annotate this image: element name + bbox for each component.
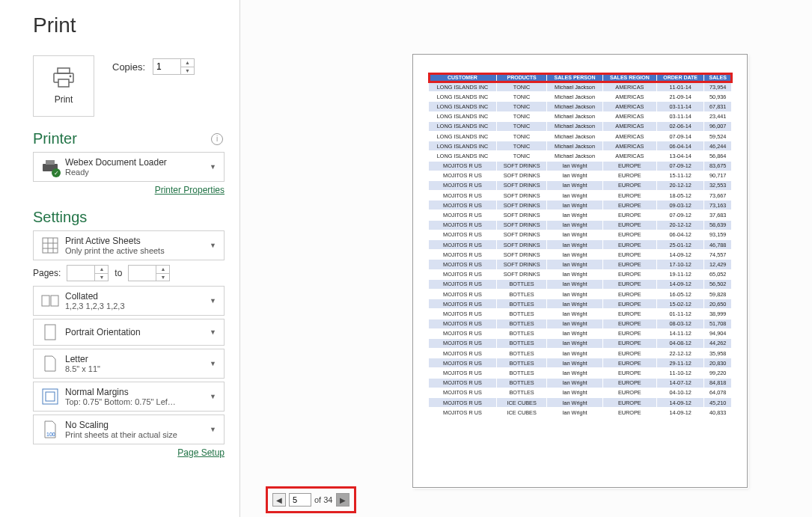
chevron-down-icon: ▼ [208, 393, 218, 400]
preview-table-header: CUSTOMERPRODUCTSSALES PERSONSALES REGION… [429, 73, 732, 82]
svg-rect-16 [46, 392, 55, 401]
table-row: MOJITOS R USBOTTLESIan WrightEUROPE16-05… [429, 289, 732, 299]
chevron-down-icon: ▼ [208, 242, 218, 249]
table-row: MOJITOS R USSOFT DRINKSIan WrightEUROPE1… [429, 260, 732, 269]
col-header: PRODUCTS [496, 73, 546, 82]
chevron-down-icon: ▼ [208, 360, 218, 367]
portrait-icon [43, 324, 58, 340]
table-row: MOJITOS R USBOTTLESIan WrightEUROPE29-11… [429, 358, 732, 368]
collate-icon [41, 293, 59, 308]
copies-down[interactable]: ▼ [181, 67, 194, 75]
col-header: SALES REGION [602, 73, 656, 82]
table-row: MOJITOS R USSOFT DRINKSIan WrightEUROPE1… [429, 191, 732, 201]
table-row: LONG ISLANDS INCTONICMichael JacksonAMER… [429, 141, 732, 151]
svg-rect-5 [58, 68, 70, 73]
paper-size-select[interactable]: Letter8.5" x 11" ▼ [33, 349, 225, 379]
table-row: LONG ISLANDS INCTONICMichael JacksonAMER… [429, 121, 732, 131]
table-row: MOJITOS R USSOFT DRINKSIan WrightEUROPE1… [429, 250, 732, 260]
pages-from-stepper[interactable]: ▲▼ [67, 265, 109, 281]
table-row: LONG ISLANDS INCTONICMichael JacksonAMER… [429, 92, 732, 102]
page-navigator: ◀ of 34 ▶ [266, 486, 356, 513]
table-row: LONG ISLANDS INCTONICMichael JacksonAMER… [429, 102, 732, 111]
svg-rect-12 [42, 296, 49, 306]
orientation-select[interactable]: Portrait Orientation ▼ [33, 319, 225, 346]
table-row: MOJITOS R USSOFT DRINKSIan WrightEUROPE2… [429, 180, 732, 190]
margins-icon [42, 388, 58, 405]
printer-properties-link[interactable]: Printer Properties [33, 185, 225, 195]
printer-name: Webex Document Loader [65, 157, 204, 168]
table-row: MOJITOS R USBOTTLESIan WrightEUROPE15-02… [429, 299, 732, 309]
table-row: MOJITOS R USSOFT DRINKSIan WrightEUROPE0… [429, 161, 732, 171]
prev-page-button[interactable]: ◀ [272, 493, 286, 507]
svg-rect-13 [51, 296, 58, 306]
chevron-down-icon: ▼ [208, 163, 218, 171]
svg-rect-10 [46, 160, 55, 165]
table-row: MOJITOS R USBOTTLESIan WrightEUROPE08-03… [429, 319, 732, 328]
table-row: LONG ISLANDS INCTONICMichael JacksonAMER… [429, 111, 732, 121]
table-row: MOJITOS R USSOFT DRINKSIan WrightEUROPE0… [429, 210, 732, 220]
table-row: MOJITOS R USICE CUBESIan WrightEUROPE14-… [429, 398, 732, 408]
svg-rect-14 [45, 325, 55, 340]
pages-to-stepper[interactable]: ▲▼ [128, 265, 170, 281]
pages-label: Pages: [33, 268, 61, 278]
svg-rect-15 [43, 389, 58, 404]
svg-point-8 [70, 76, 72, 78]
page-title: Print [33, 13, 225, 37]
col-header: CUSTOMER [429, 73, 497, 82]
table-row: MOJITOS R USSOFT DRINKSIan WrightEUROPE1… [429, 269, 732, 279]
copies-label: Copies: [112, 61, 145, 73]
scaling-icon: 100 [43, 420, 58, 438]
table-row: MOJITOS R USBOTTLESIan WrightEUROPE22-12… [429, 349, 732, 358]
copies-input[interactable] [153, 60, 180, 73]
col-header: SALES [704, 73, 732, 82]
collate-select[interactable]: Collated1,2,3 1,2,3 1,2,3 ▼ [33, 286, 225, 316]
table-row: MOJITOS R USBOTTLESIan WrightEUROPE04-10… [429, 388, 732, 397]
table-row: MOJITOS R USBOTTLESIan WrightEUROPE14-09… [429, 279, 732, 289]
settings-heading: Settings [33, 209, 87, 226]
svg-text:100: 100 [46, 432, 55, 437]
table-row: MOJITOS R USICE CUBESIan WrightEUROPE14-… [429, 408, 732, 417]
table-row: MOJITOS R USBOTTLESIan WrightEUROPE14-07… [429, 378, 732, 388]
printer-status: Ready [65, 168, 204, 177]
printer-icon [52, 67, 76, 88]
print-preview-page: CUSTOMERPRODUCTSSALES PERSONSALES REGION… [412, 54, 748, 488]
scaling-select[interactable]: 100 No ScalingPrint sheets at their actu… [33, 414, 225, 444]
table-row: MOJITOS R USSOFT DRINKSIan WrightEUROPE1… [429, 171, 732, 180]
svg-rect-7 [58, 79, 69, 87]
table-row: MOJITOS R USBOTTLESIan WrightEUROPE11-10… [429, 368, 732, 378]
printer-select[interactable]: ✓ Webex Document Loader Ready ▼ [33, 152, 225, 182]
table-row: LONG ISLANDS INCTONICMichael JacksonAMER… [429, 82, 732, 92]
table-row: MOJITOS R USBOTTLESIan WrightEUROPE01-11… [429, 309, 732, 319]
preview-table: CUSTOMERPRODUCTSSALES PERSONSALES REGION… [428, 73, 732, 417]
table-row: MOJITOS R USBOTTLESIan WrightEUROPE14-11… [429, 328, 732, 338]
margins-select[interactable]: Normal MarginsTop: 0.75" Bottom: 0.75" L… [33, 382, 225, 412]
table-row: LONG ISLANDS INCTONICMichael JacksonAMER… [429, 131, 732, 141]
col-header: ORDER DATE [656, 73, 704, 82]
table-row: LONG ISLANDS INCTONICMichael JacksonAMER… [429, 151, 732, 161]
pages-from-input[interactable] [67, 266, 94, 280]
table-row: MOJITOS R USSOFT DRINKSIan WrightEUROPE0… [429, 201, 732, 210]
copies-stepper[interactable]: ▲ ▼ [153, 58, 195, 75]
col-header: SALES PERSON [547, 73, 602, 82]
page-setup-link[interactable]: Page Setup [33, 447, 225, 458]
pages-to-input[interactable] [129, 266, 156, 280]
copies-up[interactable]: ▲ [181, 59, 194, 67]
table-row: MOJITOS R USSOFT DRINKSIan WrightEUROPE2… [429, 220, 732, 230]
check-icon: ✓ [52, 168, 61, 177]
chevron-down-icon: ▼ [208, 297, 218, 305]
chevron-down-icon: ▼ [208, 328, 218, 336]
chevron-down-icon: ▼ [208, 426, 218, 433]
info-icon[interactable]: i [211, 133, 223, 145]
print-what-select[interactable]: Print Active Sheets Only print the activ… [33, 230, 225, 260]
table-row: MOJITOS R USBOTTLESIan WrightEUROPE04-08… [429, 338, 732, 348]
printer-heading: Printer [33, 130, 77, 147]
current-page-input[interactable] [289, 493, 311, 507]
next-page-button[interactable]: ▶ [336, 493, 349, 507]
page-icon [43, 355, 57, 372]
svg-rect-11 [43, 238, 58, 253]
print-button[interactable]: Print [33, 55, 94, 117]
table-row: MOJITOS R USSOFT DRINKSIan WrightEUROPE0… [429, 230, 732, 239]
table-row: MOJITOS R USSOFT DRINKSIan WrightEUROPE2… [429, 240, 732, 250]
sheets-icon [42, 237, 58, 254]
